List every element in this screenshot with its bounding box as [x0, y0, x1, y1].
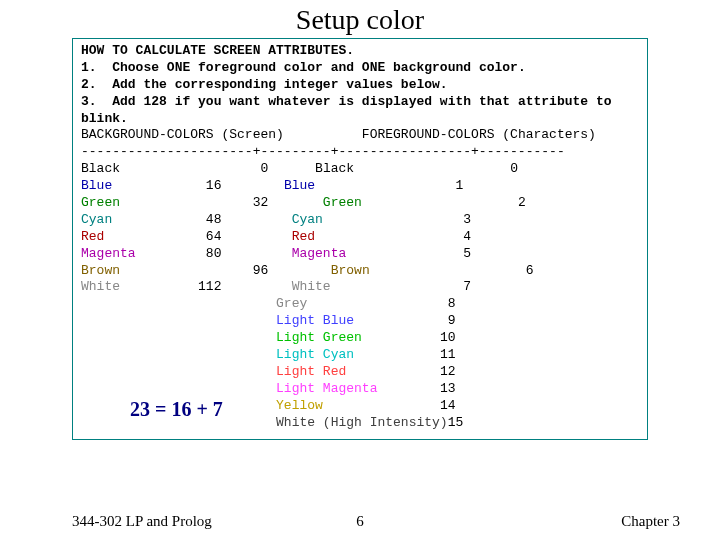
row-4: Red 64 Red 4 — [81, 229, 639, 246]
bg-name-3: Cyan — [81, 212, 112, 227]
equation: 23 = 16 + 7 — [130, 398, 223, 421]
fg-val-8: 8 — [448, 296, 456, 311]
fg-name-5: Magenta — [292, 246, 347, 261]
bg-val-3: 48 — [206, 212, 222, 227]
row-2: Green 32 Green 2 — [81, 195, 639, 212]
fg-name-13: Light Magenta — [276, 381, 377, 396]
bg-val-7: 112 — [198, 279, 221, 294]
step-3: 3. Add 128 if you want whatever is displ… — [81, 94, 639, 128]
step1-num: 1. — [81, 60, 97, 75]
content-box: HOW TO CALCULATE SCREEN ATTRIBUTES. 1. C… — [72, 38, 648, 440]
fg-name-1: Blue — [284, 178, 315, 193]
footer-center: 6 — [0, 513, 720, 530]
fg-header: FOREGROUND-COLORS (Characters) — [362, 127, 596, 142]
bg-name-1: Blue — [81, 178, 112, 193]
step2-text: Add the corresponding integer values bel… — [112, 77, 447, 92]
bg-name-0: Black — [81, 161, 120, 176]
bg-val-1: 16 — [206, 178, 222, 193]
fg-val-7: 7 — [463, 279, 471, 294]
fg-val-10: 10 — [440, 330, 456, 345]
fg-name-4: Red — [292, 229, 315, 244]
step2-num: 2. — [81, 77, 97, 92]
fg-val-12: 12 — [440, 364, 456, 379]
fg-name-10: Light Green — [276, 330, 362, 345]
fg-name-7: White — [292, 279, 331, 294]
slide-title: Setup color — [0, 4, 720, 36]
row-12: Light Red 12 — [81, 364, 639, 381]
bg-val-6: 96 — [253, 263, 269, 278]
bg-header: BACKGROUND-COLORS (Screen) — [81, 127, 284, 142]
step3-text: Add 128 if you want whatever is displaye… — [81, 94, 612, 126]
fg-val-13: 13 — [440, 381, 456, 396]
fg-name-15: White (High Intensity) — [276, 415, 448, 430]
row-0: Black 0 Black 0 — [81, 161, 639, 178]
bg-name-2: Green — [81, 195, 120, 210]
fg-name-0: Black — [315, 161, 354, 176]
bg-val-5: 80 — [206, 246, 222, 261]
fg-val-6: 6 — [526, 263, 534, 278]
fg-val-14: 14 — [440, 398, 456, 413]
fg-val-0: 0 — [510, 161, 518, 176]
bg-name-7: White — [81, 279, 120, 294]
fg-val-11: 11 — [440, 347, 456, 362]
step3-num: 3. — [81, 94, 97, 109]
fg-val-15: 15 — [448, 415, 464, 430]
row-7: White 112 White 7 — [81, 279, 639, 296]
fg-val-1: 1 — [456, 178, 464, 193]
step-2: 2. Add the corresponding integer values … — [81, 77, 639, 94]
row-8: Grey 8 — [81, 296, 639, 313]
step1-text: Choose ONE foreground color and ONE back… — [112, 60, 525, 75]
fg-name-14: Yellow — [276, 398, 323, 413]
fg-name-12: Light Red — [276, 364, 346, 379]
row-13: Light Magenta 13 — [81, 381, 639, 398]
fg-val-2: 2 — [518, 195, 526, 210]
row-1: Blue 16 Blue 1 — [81, 178, 639, 195]
fg-name-8: Grey — [276, 296, 307, 311]
intro-heading: HOW TO CALCULATE SCREEN ATTRIBUTES. — [81, 43, 639, 60]
row-3: Cyan 48 Cyan 3 — [81, 212, 639, 229]
bg-val-0: 0 — [260, 161, 268, 176]
fg-val-3: 3 — [463, 212, 471, 227]
footer-right: Chapter 3 — [621, 513, 680, 530]
bg-name-5: Magenta — [81, 246, 136, 261]
fg-name-11: Light Cyan — [276, 347, 354, 362]
table-header: BACKGROUND-COLORS (Screen) FOREGROUND-CO… — [81, 127, 639, 144]
fg-val-5: 5 — [463, 246, 471, 261]
fg-val-4: 4 — [463, 229, 471, 244]
row-10: Light Green 10 — [81, 330, 639, 347]
fg-name-2: Green — [323, 195, 362, 210]
row-11: Light Cyan 11 — [81, 347, 639, 364]
row-9: Light Blue 9 — [81, 313, 639, 330]
table-sep: ----------------------+---------+-------… — [81, 144, 639, 161]
fg-name-9: Light Blue — [276, 313, 354, 328]
fg-val-9: 9 — [448, 313, 456, 328]
bg-val-4: 64 — [206, 229, 222, 244]
step-1: 1. Choose ONE foreground color and ONE b… — [81, 60, 639, 77]
bg-name-4: Red — [81, 229, 104, 244]
fg-name-3: Cyan — [292, 212, 323, 227]
row-6: Brown 96 Brown 6 — [81, 263, 639, 280]
bg-val-2: 32 — [253, 195, 269, 210]
fg-name-6: Brown — [331, 263, 370, 278]
row-5: Magenta 80 Magenta 5 — [81, 246, 639, 263]
bg-name-6: Brown — [81, 263, 120, 278]
